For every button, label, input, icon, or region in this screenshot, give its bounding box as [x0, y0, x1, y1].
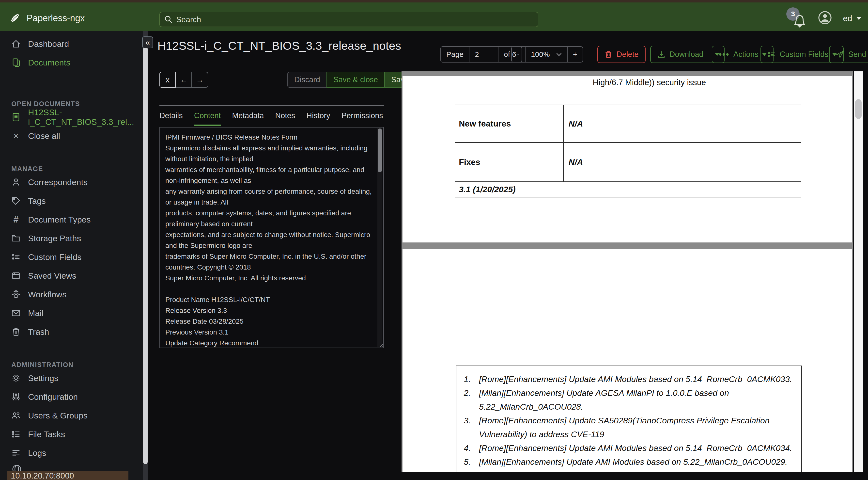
notifications-button[interactable]: 3: [791, 9, 807, 27]
sidebar-item-users-groups[interactable]: Users & Groups: [0, 406, 148, 425]
previous-document-button[interactable]: ←: [176, 72, 192, 88]
ellipsis-icon: •••: [719, 53, 730, 56]
table-row-partial: High/6.7 Middle)) security issue: [455, 76, 801, 106]
sidebar-item-configuration[interactable]: Configuration: [0, 387, 148, 406]
person-icon: [11, 178, 21, 187]
preview-scrollbar-track[interactable]: [854, 71, 863, 472]
download-button[interactable]: Download: [650, 46, 710, 63]
user-avatar[interactable]: [818, 10, 832, 26]
boxes-icon: [11, 290, 21, 299]
content-textarea[interactable]: IPMI Firmware / BIOS Release Notes Form …: [159, 127, 384, 348]
sidebar-item-tags[interactable]: Tags: [0, 191, 148, 210]
user-menu[interactable]: ed: [843, 13, 862, 23]
sidebar-item-saved-views[interactable]: Saved Views: [0, 266, 148, 285]
username: ed: [843, 13, 852, 23]
search-bar[interactable]: [159, 12, 538, 27]
save-and-close-button[interactable]: Save & close: [327, 72, 385, 88]
page-label: Page: [441, 47, 469, 62]
sidebar-scrollbar-thumb[interactable]: [143, 47, 148, 464]
delete-button[interactable]: Delete: [597, 46, 646, 63]
window-icon: [11, 271, 21, 280]
page-control-group: Page of 6: [440, 46, 522, 62]
search-input[interactable]: [176, 15, 533, 24]
person-circle-icon: [818, 10, 832, 25]
pdf-page-fragment: High/6.7 Middle)) security issue New fea…: [403, 76, 852, 242]
sidebar-item-correspondents[interactable]: Correspondents: [0, 173, 148, 191]
sidebar-item-trash[interactable]: Trash: [0, 323, 148, 341]
list-item: 5.[Milan][Enhancements] Update AMI Modul…: [464, 455, 795, 469]
table-row: Fixes N/A: [455, 143, 801, 182]
page-input-cell[interactable]: [469, 47, 498, 62]
sidebar-item-custom-fields[interactable]: Custom Fields: [0, 248, 148, 266]
zoom-in-button[interactable]: +: [567, 47, 583, 62]
envelope-icon: [11, 308, 21, 318]
release-notes-table: High/6.7 Middle)) security issue New fea…: [455, 76, 801, 198]
list-check-icon: [11, 252, 21, 262]
chevron-down-icon: [856, 17, 862, 20]
panel-divider: [159, 106, 384, 106]
page-number-input[interactable]: [475, 50, 493, 59]
chevron-down-icon: [556, 53, 562, 56]
feather-logo-icon: [8, 12, 21, 25]
home-icon: [11, 39, 21, 49]
save-button-group: Discard Save & close Save: [287, 72, 415, 88]
pdf-preview[interactable]: High/6.7 Middle)) security issue New fea…: [402, 71, 853, 472]
send-button[interactable]: Send: [829, 46, 868, 63]
tab-content[interactable]: Content: [194, 111, 221, 126]
zoom-out-button[interactable]: -: [512, 47, 526, 62]
sidebar-item-logs[interactable]: Logs: [0, 444, 148, 462]
sidebar-item-settings[interactable]: Settings: [0, 369, 148, 387]
close-icon: ×: [11, 131, 21, 141]
tab-notes[interactable]: Notes: [275, 111, 295, 126]
sidebar-item-workflows[interactable]: Workflows: [0, 285, 148, 304]
download-icon: [657, 50, 665, 59]
open-documents-header: OPEN DOCUMENTS: [0, 95, 148, 108]
sidebar-item-open-document[interactable]: H12SSL-i_C_CT_NT_BIOS_3.3_rel...: [0, 108, 148, 126]
next-document-button[interactable]: →: [192, 72, 208, 88]
tab-history[interactable]: History: [307, 111, 330, 126]
sidebar-item-storage-paths[interactable]: Storage Paths: [0, 229, 148, 248]
document-file-icon: [11, 113, 21, 122]
hash-icon: #: [11, 215, 21, 224]
tab-metadata[interactable]: Metadata: [232, 111, 264, 126]
send-icon: [836, 50, 844, 59]
enhancement-list-block: 1.[Rome][Enhancements] Update AMI Module…: [456, 365, 802, 472]
sidebar-item-file-tasks[interactable]: File Tasks: [0, 425, 148, 444]
close-document-button[interactable]: x: [159, 72, 176, 88]
bell-icon: [793, 14, 806, 28]
tag-icon: [11, 196, 21, 206]
tab-permissions[interactable]: Permissions: [341, 111, 383, 126]
preview-scrollbar-thumb[interactable]: [855, 99, 862, 119]
app-logo[interactable]: Paperless-ngx: [8, 12, 85, 25]
zoom-level-select[interactable]: 100%: [526, 47, 567, 62]
table-row: New features N/A: [455, 106, 801, 143]
pdf-page: 1.[Rome][Enhancements] Update AMI Module…: [403, 249, 852, 472]
textarea-resize-handle[interactable]: [378, 343, 383, 348]
discard-button[interactable]: Discard: [287, 72, 327, 88]
list-item: 4.[Rome][Enhancements] Update AMI Module…: [464, 441, 795, 455]
administration-header: ADMINISTRATION: [0, 356, 148, 369]
sidebar-collapse-button[interactable]: «: [142, 36, 153, 48]
list-task-icon: [11, 429, 21, 439]
manage-header: MANAGE: [0, 160, 148, 173]
sidebar: Dashboard Documents OPEN DOCUMENTS H12SS…: [0, 31, 148, 480]
text-lines-icon: [11, 448, 21, 458]
tab-details[interactable]: Details: [159, 111, 183, 126]
sidebar-item-mail[interactable]: Mail: [0, 304, 148, 323]
list-item: 2.[Milan][Enhancements] Update AGESA Mil…: [464, 386, 795, 414]
sidebar-item-documents[interactable]: Documents: [0, 53, 148, 72]
list-item: 1.[Rome][Enhancements] Update AMI Module…: [464, 372, 795, 386]
edit-tabs: Details Content Metadata Notes History P…: [159, 111, 383, 126]
people-icon: [11, 411, 21, 420]
app-header: Paperless-ngx 3 ed: [0, 2, 868, 31]
sidebar-item-dashboard[interactable]: Dashboard: [0, 34, 148, 53]
browser-edge-strip: [0, 0, 868, 2]
sidebar-item-document-types[interactable]: # Document Types: [0, 210, 148, 229]
gear-icon: [11, 373, 21, 383]
folder-icon: [11, 234, 21, 243]
table-row-version: 3.1 (1/20/2025): [455, 182, 801, 198]
sidebar-item-close-all[interactable]: × Close all: [0, 126, 148, 145]
page-title: H12SSL-i_C_CT_NT_BIOS_3.3_release_notes: [157, 39, 433, 53]
textarea-scrollbar-thumb[interactable]: [378, 128, 382, 172]
list-check-icon: [767, 50, 776, 59]
